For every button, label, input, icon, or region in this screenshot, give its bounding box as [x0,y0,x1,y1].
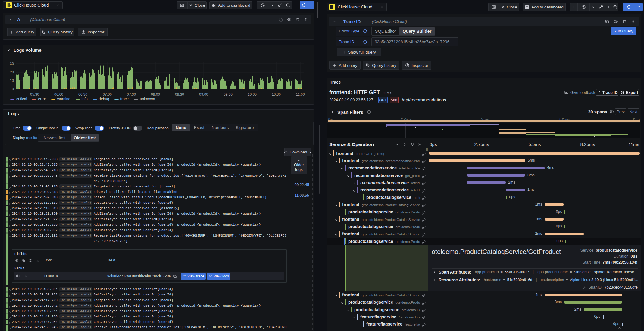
svg-text:11:00: 11:00 [296,92,305,97]
svg-text:08:00: 08:00 [151,92,160,97]
svg-text:06:00: 06:00 [54,92,63,97]
svg-text:09:30: 09:30 [224,92,233,97]
svg-text:09:00: 09:00 [199,92,208,97]
svg-text:30: 30 [10,62,14,66]
svg-text:10:00: 10:00 [248,92,257,97]
svg-text:10:30: 10:30 [272,92,281,97]
svg-text:05:30: 05:30 [30,92,39,97]
svg-text:07:30: 07:30 [127,92,136,97]
svg-text:20: 20 [10,70,14,74]
svg-text:06:30: 06:30 [78,92,87,97]
svg-text:08:30: 08:30 [175,92,184,97]
svg-text:10: 10 [10,79,14,83]
svg-text:07:00: 07:00 [103,92,112,97]
svg-text:0: 0 [12,87,14,91]
